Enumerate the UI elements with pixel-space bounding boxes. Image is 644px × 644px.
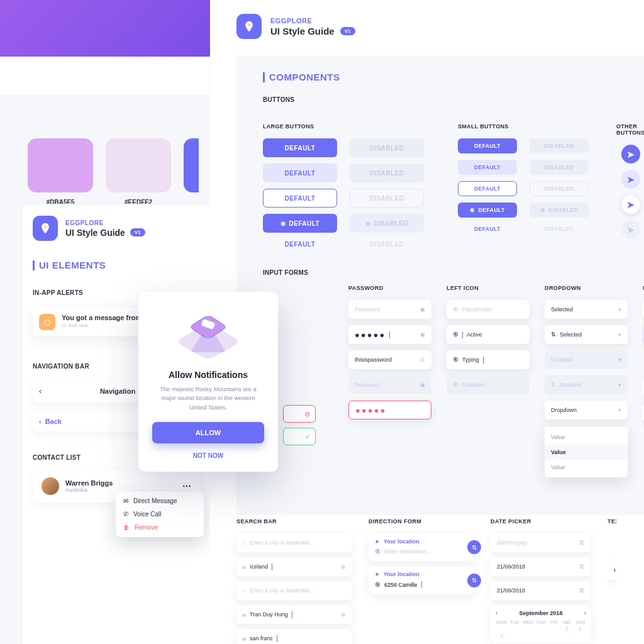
chevron-left-icon[interactable]: ‹ bbox=[496, 610, 497, 616]
title-text: UI Style Guide bbox=[270, 26, 335, 36]
pwd-dots: ●●●●● bbox=[355, 330, 386, 340]
button-small-disabled-icon: ⊕DISABLED bbox=[530, 203, 589, 218]
dropdown-item-selected[interactable]: Value bbox=[545, 445, 628, 460]
pin-icon: ⦿ bbox=[453, 331, 458, 338]
calendar-icon[interactable]: 🗓 bbox=[579, 564, 585, 570]
cursor bbox=[483, 357, 484, 364]
dir-to[interactable]: ⦿Enter destination... bbox=[375, 548, 468, 555]
password-visible[interactable]: thisispassword⊘ bbox=[348, 350, 431, 369]
d[interactable]: 2 bbox=[574, 626, 586, 631]
allow-button[interactable]: ALLOW bbox=[152, 422, 264, 443]
icon-button-solid[interactable]: ➤ bbox=[621, 145, 640, 164]
button-default-solid[interactable]: DEFAULT bbox=[263, 138, 337, 157]
calendar[interactable]: ‹ September 2018 › MONTUEWEDTHUFRISATSUN… bbox=[491, 605, 591, 643]
phone-icon: ✆ bbox=[123, 511, 128, 518]
back-label: Back bbox=[45, 418, 62, 425]
button-small-default-outline[interactable]: DEFAULT bbox=[458, 181, 517, 196]
menu-call[interactable]: ✆Voice Call bbox=[123, 511, 196, 518]
dd-dis2-text: Disabled bbox=[560, 382, 582, 388]
button-default-soft[interactable]: DEFAULT bbox=[263, 164, 337, 182]
eye-off-icon[interactable]: ⊘ bbox=[420, 357, 425, 363]
date-value-1[interactable]: 21/09/2018🗓 bbox=[491, 557, 591, 576]
menu-remove[interactable]: 🗑Remove bbox=[123, 524, 196, 531]
search-active-2[interactable]: ⌕Tran Duy Hung⊗ bbox=[236, 605, 352, 624]
calendar-icon[interactable]: 🗓 bbox=[579, 540, 585, 546]
field-success-fragment[interactable]: ✓ bbox=[283, 428, 316, 445]
button-small-default-solid[interactable]: DEFAULT bbox=[458, 138, 517, 153]
swap-icon[interactable]: ⇅ bbox=[467, 540, 481, 554]
lefticon-placeholder[interactable]: ⦿Placeholder bbox=[447, 300, 530, 319]
search-active-3[interactable]: ⌕san franc bbox=[236, 629, 352, 644]
more-icon[interactable]: ⋯ bbox=[182, 481, 191, 491]
caret-down-icon: ▾ bbox=[618, 357, 621, 363]
direction-box-2[interactable]: ➤Your location ⦿6256 Camille ⇅ bbox=[369, 566, 474, 594]
text-field-frag[interactable]: He bbox=[608, 561, 616, 580]
button-small-default-text[interactable]: DEFAULT bbox=[458, 224, 517, 234]
lefticon-col: LEFT ICON ⦿Placeholder ⦿Active ⦿Typing ⦿… bbox=[447, 285, 530, 477]
button-default-outline[interactable]: DEFAULT bbox=[263, 189, 337, 208]
search-active-1[interactable]: ⌕Iceland⊗ bbox=[236, 557, 352, 576]
contact-item[interactable]: Warren Briggs Australia ⋯ ✉Direct Messag… bbox=[33, 470, 200, 502]
password-active[interactable]: ●●●●●◉ bbox=[348, 325, 431, 344]
avatar bbox=[42, 477, 59, 495]
dropdown-open[interactable]: Dropdown▾ bbox=[545, 401, 628, 419]
button-small-default-icon[interactable]: ⊕DEFAULT bbox=[458, 203, 517, 218]
cursor bbox=[272, 564, 272, 570]
dir-from-2[interactable]: ➤Your location bbox=[375, 571, 468, 577]
d[interactable] bbox=[522, 626, 534, 631]
left-header-fragment: EGGPLORE le Guide V1 bbox=[0, 57, 209, 96]
d[interactable] bbox=[496, 626, 508, 631]
d[interactable] bbox=[509, 626, 521, 631]
d[interactable]: 1 bbox=[561, 626, 573, 631]
cal-header: ‹ September 2018 › bbox=[496, 610, 586, 616]
search-placeholder-2[interactable]: ⌕Enter a city or landmark... bbox=[236, 581, 352, 600]
button-small-default-soft[interactable]: DEFAULT bbox=[458, 160, 517, 175]
d[interactable] bbox=[535, 626, 547, 631]
d[interactable] bbox=[548, 626, 560, 631]
menu-dm[interactable]: ✉Direct Message bbox=[123, 497, 196, 504]
dir-to-2[interactable]: ⦿6256 Camille bbox=[375, 581, 468, 588]
date-placeholder[interactable]: dd/mm/yyyy🗓 bbox=[491, 533, 591, 552]
sliders-icon: ⇅ bbox=[551, 331, 556, 338]
direction-box-1[interactable]: ➤Your location ⦿Enter destination... ⇅ bbox=[369, 533, 474, 561]
clear-icon[interactable]: ⊗ bbox=[341, 564, 346, 570]
trash-icon: 🗑 bbox=[123, 524, 130, 531]
calendar-icon[interactable]: 🗓 bbox=[579, 587, 585, 594]
not-now-button[interactable]: NOT NOW bbox=[152, 452, 264, 459]
icon-button-outline[interactable]: ➤ bbox=[621, 195, 640, 214]
password-placeholder[interactable]: Password◉ bbox=[348, 300, 431, 319]
swatch-row: #DBA5F5 #EEDFF2 bbox=[28, 138, 199, 206]
dropdown-selected[interactable]: Selected▾ bbox=[545, 300, 628, 319]
button-disabled-solid: DISABLED bbox=[350, 138, 424, 157]
dropdown-item[interactable]: Value bbox=[545, 430, 628, 445]
lefticon-typing[interactable]: ⦿Typing bbox=[447, 350, 530, 369]
dir-from[interactable]: ➤Your location bbox=[375, 538, 468, 545]
dir-yl: Your location bbox=[384, 538, 419, 545]
dir-yl2: Your location bbox=[384, 571, 419, 577]
d[interactable]: 3 bbox=[496, 633, 508, 638]
password-error[interactable]: ●●●●● bbox=[348, 401, 431, 419]
lefticon-active[interactable]: ⦿Active bbox=[447, 325, 530, 344]
clear-icon[interactable]: ⊗ bbox=[341, 611, 346, 618]
search-icon: ⌕ bbox=[243, 587, 246, 594]
button-default-icon[interactable]: ⊕DEFAULT bbox=[263, 214, 337, 233]
cursor bbox=[421, 581, 422, 588]
dropdown-icon-selected[interactable]: ⇅Selected▾ bbox=[545, 325, 628, 344]
allow-notifications-modal: Allow Notifications The majestic Rocky M… bbox=[138, 292, 278, 472]
button-default-text[interactable]: DEFAULT bbox=[263, 239, 337, 249]
color-swatch bbox=[106, 138, 171, 192]
version-pill: V1 bbox=[340, 27, 355, 35]
eye-icon[interactable]: ◉ bbox=[420, 331, 425, 338]
dropdown-item[interactable]: Value bbox=[545, 460, 628, 475]
chevron-right-icon[interactable]: › bbox=[584, 610, 586, 616]
eye-icon[interactable]: ◉ bbox=[420, 306, 425, 313]
dd-selected-text: Selected bbox=[551, 306, 573, 313]
field-error-fragment[interactable]: ⊘ bbox=[283, 405, 316, 423]
swap-icon[interactable]: ⇅ bbox=[467, 574, 481, 587]
button-disabled-text: DISABLED bbox=[350, 239, 424, 249]
search-placeholder[interactable]: ⌕Enter a city or landmark... bbox=[236, 533, 352, 552]
chat-icon: ◌ bbox=[39, 314, 55, 330]
icon-button-soft[interactable]: ➤ bbox=[621, 170, 640, 189]
section-components: COMPONENTS bbox=[263, 72, 644, 82]
date-value-2[interactable]: 21/09/2018🗓 bbox=[491, 581, 591, 600]
